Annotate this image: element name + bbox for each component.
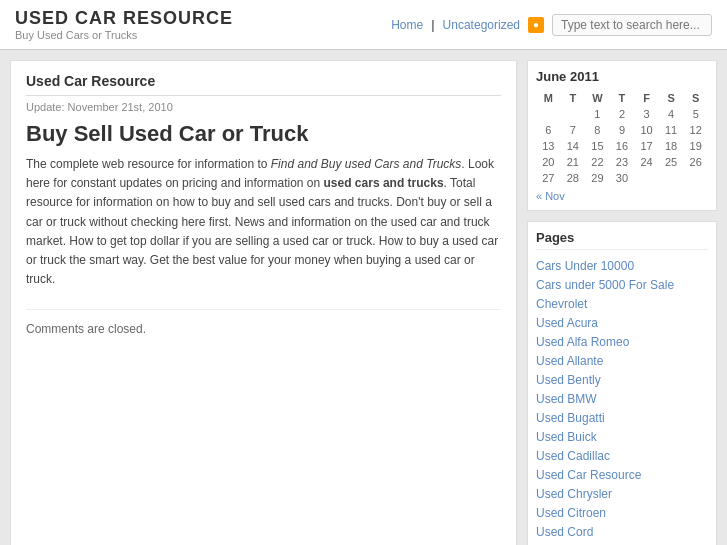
page-link[interactable]: Used Cadillac — [536, 449, 610, 463]
calendar-cell[interactable]: 4 — [659, 106, 684, 122]
page-link[interactable]: Cars Under 10000 — [536, 259, 634, 273]
post-italic: Find and Buy used Cars and Trucks — [271, 157, 462, 171]
calendar-cell[interactable]: 21 — [561, 154, 586, 170]
page-link[interactable]: Cars under 5000 For Sale — [536, 278, 674, 292]
calendar-cell[interactable]: 8 — [585, 122, 610, 138]
calendar-row: 27282930 — [536, 170, 708, 186]
calendar-table: MTWTFSS 12345678910111213141516171819202… — [536, 90, 708, 186]
list-item: Used Bugatti — [536, 408, 708, 427]
calendar-cell[interactable]: 23 — [610, 154, 635, 170]
page-link[interactable]: Used BMW — [536, 392, 597, 406]
page-layout: Used Car Resource Update: November 21st,… — [0, 50, 727, 545]
post-date: Update: November 21st, 2010 — [26, 101, 501, 113]
calendar-cell[interactable]: 9 — [610, 122, 635, 138]
calendar-cell — [683, 170, 708, 186]
calendar-cell — [536, 106, 561, 122]
calendar-cell[interactable]: 19 — [683, 138, 708, 154]
nav-uncategorized[interactable]: Uncategorized — [443, 18, 520, 32]
list-item: Used Alfa Romeo — [536, 332, 708, 351]
calendar-header-row: MTWTFSS — [536, 90, 708, 106]
list-item: Chevrolet — [536, 294, 708, 313]
list-item: Used Acura — [536, 313, 708, 332]
list-item: Used Cadillac — [536, 446, 708, 465]
post-text-1: The complete web resource for informatio… — [26, 157, 271, 171]
list-item: Used Buick — [536, 427, 708, 446]
post-body: The complete web resource for informatio… — [26, 155, 501, 289]
calendar-widget: June 2011 MTWTFSS 1234567891011121314151… — [527, 60, 717, 211]
list-item: Used Citroen — [536, 503, 708, 522]
page-link[interactable]: Used Car Resource — [536, 468, 641, 482]
calendar-cell — [561, 106, 586, 122]
post-text-3: . Total resource for information on how … — [26, 176, 498, 286]
calendar-cell[interactable]: 17 — [634, 138, 659, 154]
list-item: Used Bently — [536, 370, 708, 389]
calendar-cell[interactable]: 11 — [659, 122, 684, 138]
calendar-title: June 2011 — [536, 69, 708, 84]
calendar-row: 20212223242526 — [536, 154, 708, 170]
calendar-cell[interactable]: 27 — [536, 170, 561, 186]
page-link[interactable]: Used Citroen — [536, 506, 606, 520]
pages-list: Cars Under 10000Cars under 5000 For Sale… — [536, 256, 708, 545]
page-link[interactable]: Used Allante — [536, 354, 603, 368]
calendar-body: 1234567891011121314151617181920212223242… — [536, 106, 708, 186]
calendar-cell[interactable]: 24 — [634, 154, 659, 170]
site-tagline: Buy Used Cars or Trucks — [15, 29, 233, 41]
calendar-cell — [634, 170, 659, 186]
calendar-cell[interactable]: 3 — [634, 106, 659, 122]
calendar-cell[interactable]: 28 — [561, 170, 586, 186]
calendar-cell[interactable]: 7 — [561, 122, 586, 138]
site-header: USED CAR RESOURCE Buy Used Cars or Truck… — [0, 0, 727, 50]
calendar-cell[interactable]: 2 — [610, 106, 635, 122]
calendar-nav: « Nov — [536, 190, 708, 202]
calendar-row: 13141516171819 — [536, 138, 708, 154]
calendar-cell[interactable]: 16 — [610, 138, 635, 154]
calendar-day-header: S — [683, 90, 708, 106]
site-title: USED CAR RESOURCE — [15, 8, 233, 29]
list-item: Cars Under 10000 — [536, 256, 708, 275]
list-item: Used Cord — [536, 522, 708, 541]
comments-closed: Comments are closed. — [26, 309, 501, 336]
page-link[interactable]: Used Cord — [536, 525, 593, 539]
pages-title: Pages — [536, 230, 708, 250]
calendar-cell[interactable]: 25 — [659, 154, 684, 170]
calendar-cell[interactable]: 14 — [561, 138, 586, 154]
page-link[interactable]: Used Chrysler — [536, 487, 612, 501]
rss-icon[interactable]: ● — [528, 17, 544, 33]
nav-home[interactable]: Home — [391, 18, 423, 32]
calendar-cell[interactable]: 10 — [634, 122, 659, 138]
calendar-cell[interactable]: 5 — [683, 106, 708, 122]
calendar-day-header: S — [659, 90, 684, 106]
calendar-cell[interactable]: 30 — [610, 170, 635, 186]
calendar-day-header: T — [610, 90, 635, 106]
page-link[interactable]: Used Alfa Romeo — [536, 335, 629, 349]
list-item: Used Daewoo — [536, 541, 708, 545]
calendar-prev-link[interactable]: « Nov — [536, 190, 565, 202]
search-input[interactable] — [552, 14, 712, 36]
page-link[interactable]: Used Bugatti — [536, 411, 605, 425]
calendar-day-header: T — [561, 90, 586, 106]
nav-separator: | — [431, 17, 434, 32]
calendar-cell — [659, 170, 684, 186]
calendar-cell[interactable]: 20 — [536, 154, 561, 170]
calendar-day-header: F — [634, 90, 659, 106]
calendar-cell[interactable]: 22 — [585, 154, 610, 170]
calendar-cell[interactable]: 13 — [536, 138, 561, 154]
calendar-cell[interactable]: 1 — [585, 106, 610, 122]
page-link[interactable]: Chevrolet — [536, 297, 587, 311]
list-item: Used Chrysler — [536, 484, 708, 503]
calendar-cell[interactable]: 29 — [585, 170, 610, 186]
calendar-cell[interactable]: 26 — [683, 154, 708, 170]
main-content: Used Car Resource Update: November 21st,… — [10, 60, 517, 545]
calendar-cell[interactable]: 6 — [536, 122, 561, 138]
calendar-cell[interactable]: 18 — [659, 138, 684, 154]
calendar-cell[interactable]: 15 — [585, 138, 610, 154]
list-item: Used BMW — [536, 389, 708, 408]
calendar-cell[interactable]: 12 — [683, 122, 708, 138]
calendar-row: 6789101112 — [536, 122, 708, 138]
pages-widget: Pages Cars Under 10000Cars under 5000 Fo… — [527, 221, 717, 545]
page-link[interactable]: Used Buick — [536, 430, 597, 444]
list-item: Used Car Resource — [536, 465, 708, 484]
page-link[interactable]: Used Bently — [536, 373, 601, 387]
post-title-small: Used Car Resource — [26, 73, 501, 96]
page-link[interactable]: Used Acura — [536, 316, 598, 330]
